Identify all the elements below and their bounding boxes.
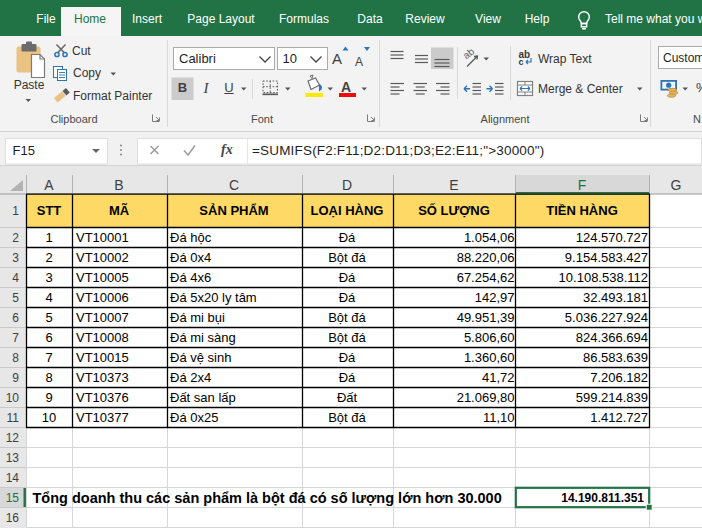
svg-text:c: c bbox=[519, 57, 524, 67]
